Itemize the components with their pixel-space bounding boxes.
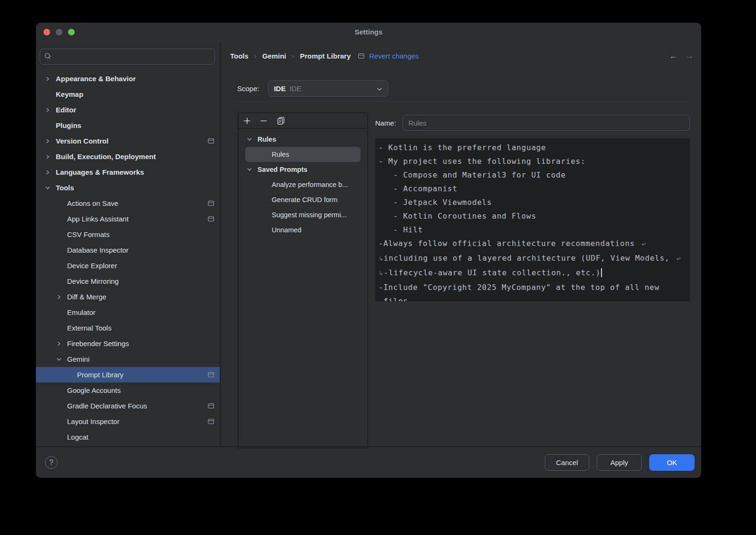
sidebar-item-firebender-settings[interactable]: Firebender Settings — [36, 336, 220, 351]
chevron-right-icon[interactable] — [45, 169, 56, 176]
sidebar-item-prompt-library[interactable]: Prompt Library — [36, 367, 220, 382]
history-nav: ← → — [669, 51, 694, 61]
sidebar-item-emulator[interactable]: Emulator — [36, 305, 220, 320]
breadcrumb-separator: › — [291, 52, 295, 60]
item-label: App Links Assistant — [67, 215, 129, 223]
per-ide-settings-icon — [208, 372, 214, 377]
editor-line: ↳-lifecycle-aware UI state collection., … — [378, 266, 687, 280]
chevron-down-icon[interactable] — [45, 185, 56, 191]
scope-value: IDE — [274, 85, 286, 93]
window-title: Settings — [36, 28, 701, 36]
settings-sidebar: Appearance & BehaviorKeymapEditorPlugins… — [36, 42, 221, 446]
chevron-right-icon[interactable] — [45, 76, 56, 82]
forward-arrow-icon[interactable]: → — [685, 51, 694, 61]
scope-dropdown[interactable]: IDE IDE — [268, 80, 388, 97]
sidebar-item-appearance-behavior[interactable]: Appearance & Behavior — [36, 71, 220, 86]
breadcrumb-parts: Tools›Gemini›Prompt Library — [230, 52, 351, 60]
sidebar-item-app-links-assistant[interactable]: App Links Assistant — [36, 211, 220, 227]
editor-text: - My project uses the following librarie… — [378, 157, 585, 166]
item-label: Diff & Merge — [67, 293, 106, 301]
editor-text: - Compose and Material3 for UI code — [378, 170, 566, 179]
item-label: Unnamed — [272, 226, 301, 234]
scope-hint: IDE — [290, 85, 373, 93]
sidebar-item-gradle-declarative-focus[interactable]: Gradle Declarative Focus — [36, 398, 220, 414]
item-label: Firebender Settings — [67, 340, 129, 348]
name-label: Name: — [375, 119, 396, 127]
editor-line: - Kotlin Coroutines and Flows — [378, 209, 687, 223]
remove-button[interactable] — [260, 117, 267, 125]
sidebar-item-build-execution-deployment[interactable]: Build, Execution, Deployment — [36, 149, 220, 164]
sidebar-item-languages-frameworks[interactable]: Languages & Frameworks — [36, 164, 220, 180]
sidebar-item-version-control[interactable]: Version Control — [36, 133, 220, 149]
chevron-down-icon[interactable] — [247, 166, 258, 173]
editor-text: - Hilt — [378, 225, 423, 234]
editor-line: - My project uses the following librarie… — [378, 154, 687, 168]
sidebar-item-gemini[interactable]: Gemini — [36, 351, 220, 367]
sidebar-item-layout-inspector[interactable]: Layout Inspector — [36, 414, 220, 429]
chevron-right-icon[interactable] — [45, 107, 56, 113]
sidebar-item-diff-merge[interactable]: Diff & Merge — [36, 289, 220, 305]
item-label: Gemini — [67, 355, 90, 363]
duplicate-button[interactable] — [276, 117, 285, 125]
soft-wrap-start-icon: ↳ — [378, 270, 383, 277]
search-input[interactable] — [54, 53, 211, 60]
back-arrow-icon[interactable]: ← — [669, 51, 678, 61]
prompt-item-analyze-performance-b[interactable]: Analyze performance b... — [245, 177, 361, 192]
sidebar-item-tools[interactable]: Tools — [36, 180, 220, 195]
sidebar-item-editor[interactable]: Editor — [36, 102, 220, 118]
prompt-item-suggest-missing-permi[interactable]: Suggest missing permi... — [245, 207, 361, 222]
item-label: Google Accounts — [67, 386, 120, 394]
chevron-right-icon[interactable] — [45, 153, 56, 160]
chevron-down-icon[interactable] — [247, 136, 258, 143]
prompt-item-generate-crud-form[interactable]: Generate CRUD form — [245, 192, 361, 207]
item-label: Editor — [56, 106, 76, 114]
sidebar-item-actions-on-save[interactable]: Actions on Save — [36, 195, 220, 211]
prompt-item-saved-prompts[interactable]: Saved Prompts — [245, 162, 361, 177]
prompt-item-rules[interactable]: Rules — [245, 147, 361, 162]
item-label: Build, Execution, Deployment — [56, 153, 156, 161]
per-ide-settings-icon — [208, 216, 214, 221]
chevron-right-icon[interactable] — [57, 340, 67, 347]
breadcrumb-item-gemini[interactable]: Gemini — [262, 52, 286, 60]
add-button[interactable] — [243, 117, 251, 125]
name-row: Name: — [375, 115, 690, 131]
sidebar-item-plugins[interactable]: Plugins — [36, 118, 220, 133]
revert-changes-link[interactable]: Revert changes — [369, 52, 419, 60]
sidebar-item-logcat[interactable]: Logcat — [36, 429, 220, 445]
editor-line: - Compose and Material3 for UI code — [378, 168, 687, 182]
prompt-item-unnamed[interactable]: Unnamed — [245, 222, 361, 238]
soft-wrap-end-icon: ↵ — [677, 255, 681, 262]
editor-line: - Kotlin is the preferred language — [378, 141, 687, 154]
name-input[interactable] — [403, 115, 690, 131]
item-label: Logcat — [67, 433, 88, 441]
breadcrumb-item-tools[interactable]: Tools — [230, 52, 249, 60]
item-label: Version Control — [56, 137, 109, 145]
item-label: Rules — [258, 136, 276, 143]
sidebar-item-csv-formats[interactable]: CSV Formats — [36, 227, 220, 242]
editor-text: -Always follow official architecture rec… — [378, 239, 640, 248]
prompt-item-rules[interactable]: Rules — [245, 132, 361, 147]
settings-search-box[interactable] — [40, 49, 215, 65]
item-label: Plugins — [56, 121, 81, 129]
prompt-editor[interactable]: - Kotlin is the preferred language- My p… — [375, 138, 690, 301]
breadcrumb-item-prompt-library[interactable]: Prompt Library — [300, 52, 351, 60]
cancel-button[interactable]: Cancel — [545, 454, 589, 471]
question-mark-icon: ? — [49, 459, 53, 467]
sidebar-item-google-accounts[interactable]: Google Accounts — [36, 382, 220, 398]
sidebar-item-keymap[interactable]: Keymap — [36, 86, 220, 102]
scope-row: Scope: IDE IDE — [237, 80, 388, 97]
sidebar-item-database-inspector[interactable]: Database Inspector — [36, 242, 220, 258]
ok-button[interactable]: OK — [649, 454, 695, 471]
help-button[interactable]: ? — [45, 456, 58, 469]
item-label: Keymap — [56, 90, 83, 98]
chevron-right-icon[interactable] — [45, 138, 56, 144]
sidebar-item-external-tools[interactable]: External Tools — [36, 320, 220, 336]
apply-button[interactable]: Apply — [597, 454, 642, 471]
item-label: External Tools — [67, 324, 112, 332]
sidebar-item-device-mirroring[interactable]: Device Mirroring — [36, 273, 220, 289]
chevron-right-icon[interactable] — [57, 294, 67, 300]
item-label: Device Explorer — [67, 262, 117, 270]
editor-text: - Kotlin is the preferred language — [378, 143, 546, 152]
chevron-down-icon[interactable] — [57, 356, 67, 363]
sidebar-item-device-explorer[interactable]: Device Explorer — [36, 258, 220, 273]
